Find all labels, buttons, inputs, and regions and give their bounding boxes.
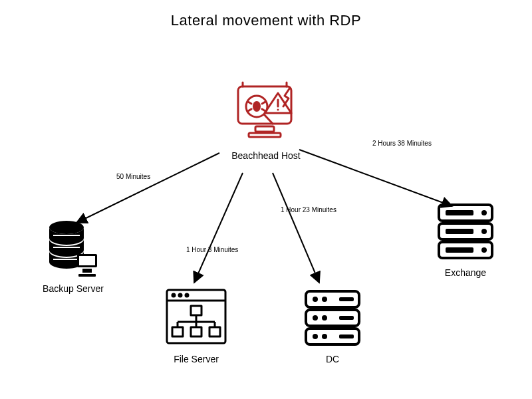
svg-point-44 (322, 297, 327, 302)
svg-point-45 (313, 315, 318, 321)
svg-point-18 (49, 221, 84, 234)
svg-line-10 (264, 114, 273, 124)
svg-point-17 (277, 109, 279, 111)
node-exchange-label: Exchange (426, 267, 505, 278)
svg-line-3 (299, 150, 452, 206)
infected-monitor-icon (226, 80, 306, 146)
svg-point-11 (253, 101, 261, 112)
svg-rect-57 (446, 247, 473, 253)
svg-line-12 (248, 102, 251, 104)
svg-point-46 (322, 315, 327, 321)
svg-rect-25 (79, 256, 95, 265)
svg-rect-24 (78, 274, 96, 277)
svg-rect-55 (446, 210, 473, 215)
svg-line-1 (194, 173, 243, 283)
svg-line-0 (76, 153, 219, 223)
edge-time-exchange: 2 Hours 38 Minuites (372, 140, 432, 147)
svg-line-2 (273, 173, 319, 283)
node-file-label: File Server (153, 354, 239, 364)
svg-line-14 (262, 102, 265, 104)
svg-rect-5 (255, 126, 274, 132)
svg-rect-31 (191, 306, 201, 315)
edge-time-file: 1 Hour 3 Minuites (186, 246, 238, 253)
svg-point-28 (172, 294, 175, 297)
svg-rect-39 (209, 327, 220, 336)
svg-rect-37 (172, 327, 183, 336)
node-file: File Server (153, 286, 239, 364)
svg-point-48 (322, 334, 327, 339)
node-exchange: Exchange (426, 200, 505, 278)
node-beachhead: Beachhead Host (219, 80, 313, 161)
edge-time-dc: 1 Hour 23 Minuites (281, 206, 336, 213)
node-beachhead-label: Beachhead Host (219, 150, 313, 161)
svg-point-29 (179, 294, 182, 297)
svg-rect-51 (339, 334, 354, 338)
edge-time-backup: 50 Minuites (116, 173, 150, 180)
svg-point-59 (481, 229, 487, 234)
svg-rect-23 (82, 269, 92, 273)
svg-rect-56 (446, 229, 473, 234)
svg-line-13 (248, 109, 251, 111)
svg-rect-6 (249, 133, 281, 137)
svg-point-43 (313, 297, 318, 302)
node-backup: Backup Server (27, 219, 120, 294)
svg-point-60 (481, 247, 487, 253)
server-rack-icon (299, 286, 366, 350)
node-backup-label: Backup Server (27, 283, 120, 294)
svg-line-15 (262, 109, 265, 111)
svg-point-30 (186, 294, 188, 297)
svg-rect-50 (339, 316, 354, 320)
svg-rect-38 (191, 327, 201, 336)
node-dc-label: DC (293, 354, 372, 364)
diagram-title: Lateral movement with RDP (0, 12, 532, 29)
fileserver-icon (163, 286, 229, 350)
database-icon (41, 219, 105, 279)
exchange-server-icon (432, 200, 499, 263)
node-dc: DC (293, 286, 372, 364)
svg-point-47 (313, 334, 318, 339)
svg-point-58 (481, 210, 487, 215)
svg-rect-49 (339, 297, 354, 301)
